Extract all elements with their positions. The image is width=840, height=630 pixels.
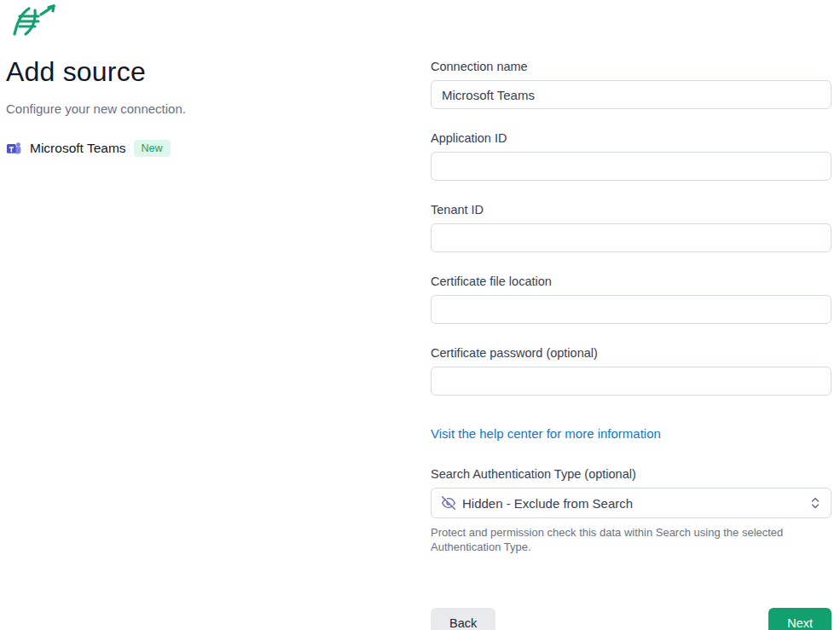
application-id-label: Application ID <box>431 131 831 145</box>
app-logo <box>7 3 58 39</box>
connection-name-label: Connection name <box>431 60 831 73</box>
field-group-certificate-file: Certificate file location <box>431 275 831 324</box>
new-badge: New <box>134 140 171 157</box>
add-source-page: Add source Configure your new connection… <box>0 0 840 630</box>
next-button[interactable]: Next <box>768 608 831 630</box>
page-title: Add source <box>6 56 373 88</box>
microsoft-teams-icon <box>6 141 22 157</box>
connection-form: Connection name Application ID Tenant ID… <box>431 60 831 630</box>
auth-type-select[interactable]: Hidden - Exclude from Search <box>431 488 831 518</box>
auth-type-selected-value: Hidden - Exclude from Search <box>462 496 633 511</box>
field-group-certificate-password: Certificate password (optional) <box>431 346 831 396</box>
source-name: Microsoft Teams <box>30 141 126 156</box>
connection-name-input[interactable] <box>431 80 831 109</box>
form-actions: Back Next <box>431 608 831 630</box>
tenant-id-input[interactable] <box>431 223 831 252</box>
auth-type-label: Search Authentication Type (optional) <box>431 467 831 481</box>
certificate-file-input[interactable] <box>431 295 831 324</box>
help-center-link[interactable]: Visit the help center for more informati… <box>431 426 661 441</box>
application-id-input[interactable] <box>431 152 831 181</box>
certificate-password-label: Certificate password (optional) <box>431 346 831 360</box>
back-button[interactable]: Back <box>431 608 495 630</box>
field-group-tenant-id: Tenant ID <box>431 203 831 252</box>
left-panel: Add source Configure your new connection… <box>6 56 373 157</box>
auth-type-help-text: Protect and permission check this data w… <box>431 526 831 555</box>
selected-source-row: Microsoft Teams New <box>6 140 373 157</box>
page-subtitle: Configure your new connection. <box>6 101 373 116</box>
field-group-connection-name: Connection name <box>431 60 831 109</box>
field-group-auth-type: Search Authentication Type (optional) Hi… <box>431 467 831 555</box>
eye-off-icon <box>442 496 455 510</box>
field-group-application-id: Application ID <box>431 131 831 181</box>
certificate-password-input[interactable] <box>431 367 831 396</box>
tenant-id-label: Tenant ID <box>431 203 831 217</box>
chevron-up-down-icon <box>810 496 820 510</box>
certificate-file-label: Certificate file location <box>431 275 831 288</box>
